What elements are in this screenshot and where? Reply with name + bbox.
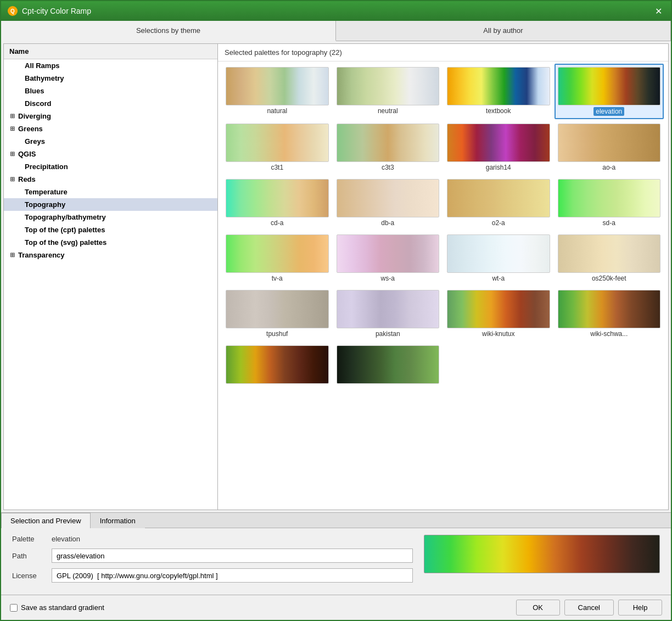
help-button[interactable]: Help (618, 600, 662, 616)
tree-item-diverging[interactable]: ⊞ Diverging (4, 110, 217, 122)
palette-swatch-extra2 (337, 345, 440, 384)
tab-by-theme[interactable]: Selections by theme (1, 21, 336, 41)
tree-item-top-svg[interactable]: Top of the (svg) palettes (4, 236, 217, 249)
tree-item-label: QGIS (18, 150, 36, 158)
no-expand-icon (15, 75, 23, 82)
path-input[interactable] (52, 549, 413, 563)
bottom-content: Palette elevation Path License (1, 528, 671, 595)
palette-name-textbook: textbook (486, 107, 511, 115)
tree-item-top-cpt[interactable]: Top of the (cpt) palettes (4, 223, 217, 236)
save-standard-checkbox[interactable] (10, 604, 18, 612)
palette-name-os250k-feet: os250k-feet (592, 275, 626, 282)
cancel-button[interactable]: Cancel (564, 600, 614, 616)
palette-item-elevation[interactable]: elevation (555, 64, 664, 119)
tree-item-qgis[interactable]: ⊞ QGIS (4, 148, 217, 160)
tree-item-all-ramps[interactable]: All Ramps (4, 59, 217, 72)
tree-item-label: Discord (25, 99, 51, 108)
palette-name-elevation: elevation (593, 107, 624, 116)
tree-item-topography[interactable]: Topography (4, 198, 217, 211)
tree-header: Name (4, 44, 217, 59)
ok-button[interactable]: OK (516, 600, 560, 616)
palette-item-o2-a[interactable]: o2-a (444, 176, 553, 230)
palette-item-tpushuf[interactable]: tpushuf (222, 287, 332, 341)
palette-item-neutral[interactable]: neutral (333, 64, 443, 119)
no-expand-icon (15, 188, 23, 196)
expand-icon: ⊞ (8, 176, 16, 183)
license-label: License (12, 572, 45, 580)
tree-item-discord[interactable]: Discord (4, 97, 217, 110)
palette-label: Palette (12, 535, 45, 543)
tab-information[interactable]: Information (91, 513, 145, 528)
save-standard-label: Save as standard gradient (21, 603, 104, 612)
tree-item-transparency[interactable]: ⊞ Transparency (4, 249, 217, 261)
expand-icon: ⊞ (8, 113, 16, 120)
window-title: Cpt-city Color Ramp (22, 7, 91, 15)
palette-swatch-ws-a (337, 234, 440, 273)
license-field-row: License (12, 568, 413, 583)
tree-item-label: Greys (25, 137, 45, 146)
right-panel: Selected palettes for topography (22) na… (218, 44, 668, 510)
titlebar: Q Cpt-city Color Ramp ✕ (1, 1, 671, 21)
tree-item-greens[interactable]: ⊞ Greens (4, 122, 217, 135)
app-icon: Q (8, 6, 18, 16)
preview-swatch (424, 535, 660, 573)
tree-item-topography-bathymetry[interactable]: Topography/bathymetry (4, 211, 217, 223)
tab-selection-preview[interactable]: Selection and Preview (1, 513, 91, 528)
palette-name-sd-a: sd-a (603, 219, 615, 227)
tree-item-label: Top of the (cpt) palettes (25, 226, 105, 234)
tab-by-author[interactable]: All by author (336, 21, 671, 41)
palette-item-db-a[interactable]: db-a (333, 176, 443, 230)
license-input[interactable] (52, 568, 413, 583)
palette-item-natural[interactable]: natural (222, 64, 332, 119)
tree-item-reds[interactable]: ⊞ Reds (4, 173, 217, 186)
palette-swatch-db-a (337, 179, 440, 217)
tree-item-greys[interactable]: Greys (4, 135, 217, 148)
tree-item-label: Transparency (18, 251, 65, 259)
palette-name-wiki-schwa: wiki-schwa... (590, 330, 628, 338)
palette-swatch-sd-a (558, 179, 661, 217)
palette-item-os250k-feet[interactable]: os250k-feet (555, 231, 664, 286)
palette-field-row: Palette elevation (12, 535, 413, 543)
main-content: Name All Ramps Bathymetry Blues Discord … (3, 43, 669, 510)
palette-item-sd-a[interactable]: sd-a (555, 176, 664, 230)
tree-item-blues[interactable]: Blues (4, 85, 217, 97)
palette-name-cd-a: cd-a (271, 219, 283, 227)
palette-item-cd-a[interactable]: cd-a (222, 176, 332, 230)
bottom-section: Selection and Preview Information Palett… (1, 512, 671, 595)
tree-item-temperature[interactable]: Temperature (4, 186, 217, 198)
palette-item-garish14[interactable]: garish14 (444, 120, 553, 175)
palette-name-pakistan: pakistan (376, 330, 400, 338)
palette-item-extra1[interactable] (222, 342, 332, 389)
palette-item-c3t3[interactable]: c3t3 (333, 120, 443, 175)
palette-item-wiki-schwa[interactable]: wiki-schwa... (555, 287, 664, 341)
expand-icon: ⊞ (8, 150, 16, 158)
footer: Save as standard gradient OK Cancel Help (1, 595, 671, 620)
palette-swatch-natural (226, 67, 329, 105)
no-expand-icon (15, 214, 23, 221)
no-expand-icon (15, 163, 23, 171)
tree-item-bathymetry[interactable]: Bathymetry (4, 72, 217, 85)
palette-name-tpushuf: tpushuf (266, 330, 288, 338)
palette-name-db-a: db-a (381, 219, 394, 227)
no-expand-icon (15, 201, 23, 209)
tree-item-label: Topography (25, 200, 65, 209)
palette-item-wt-a[interactable]: wt-a (444, 231, 553, 286)
palette-item-textbook[interactable]: textbook (444, 64, 553, 119)
palette-swatch-tv-a (226, 234, 329, 273)
tree-item-precipitation[interactable]: Precipitation (4, 160, 217, 173)
palette-value: elevation (52, 535, 80, 543)
palette-item-pakistan[interactable]: pakistan (333, 287, 443, 341)
tree-item-label: Top of the (svg) palettes (25, 238, 107, 247)
palette-swatch-wiki-schwa (558, 290, 661, 328)
close-button[interactable]: ✕ (652, 5, 664, 17)
palette-item-extra2[interactable] (333, 342, 443, 389)
bottom-tabs: Selection and Preview Information (1, 513, 671, 528)
palette-swatch-o2-a (447, 179, 550, 217)
palette-name-c3t3: c3t3 (382, 164, 394, 171)
palette-item-c3t1[interactable]: c3t1 (222, 120, 332, 175)
palette-item-ws-a[interactable]: ws-a (333, 231, 443, 286)
palette-item-tv-a[interactable]: tv-a (222, 231, 332, 286)
palette-item-wiki-knutux[interactable]: wiki-knutux (444, 287, 553, 341)
palette-item-ao-a[interactable]: ao-a (555, 120, 664, 175)
tree-item-label: Reds (18, 175, 36, 183)
